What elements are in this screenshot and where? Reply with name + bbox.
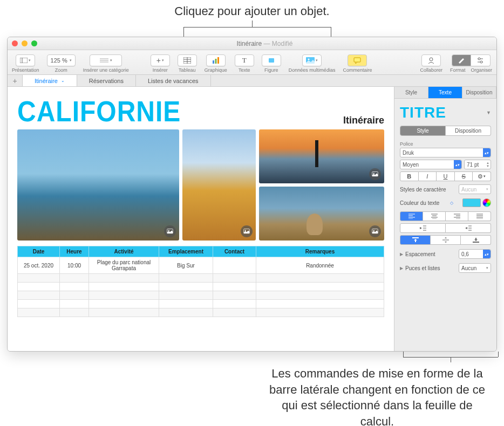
font-family-select[interactable]: Druk ▴▾ xyxy=(400,148,491,157)
comment-button[interactable] xyxy=(348,54,367,66)
collaborate-button[interactable] xyxy=(421,54,441,66)
color-picker-button[interactable] xyxy=(482,198,491,207)
insert-category-label: Insérer une catégorie xyxy=(83,67,129,73)
table-button[interactable] xyxy=(178,54,197,66)
cell-heure[interactable]: 10:00 xyxy=(60,257,89,274)
page-title[interactable]: CALIFORNIE xyxy=(17,95,181,128)
view-icon xyxy=(20,58,28,63)
photo-grid xyxy=(17,129,384,241)
media-button[interactable]: ▾ xyxy=(302,54,322,66)
disclosure-triangle-icon[interactable]: ▶ xyxy=(400,252,403,257)
advanced-button[interactable]: ⚙▾ xyxy=(473,171,491,181)
photo-coast[interactable] xyxy=(17,129,179,241)
sheet-tab-itineraire[interactable]: Itinéraire⌄ xyxy=(23,75,77,86)
format-button[interactable] xyxy=(452,54,471,66)
bullets-select[interactable]: Aucun ▾ xyxy=(459,263,491,273)
chevron-down-icon[interactable]: ▼ xyxy=(486,110,491,115)
presentation-label: Présentation xyxy=(12,67,39,73)
col-emplacement[interactable]: Emplacement xyxy=(159,246,213,257)
cell-emplacement[interactable]: Big Sur xyxy=(159,257,213,274)
organize-button[interactable] xyxy=(471,54,491,66)
align-left-button[interactable] xyxy=(400,211,423,221)
cell-contact[interactable] xyxy=(213,257,256,274)
data-table[interactable]: Date Heure Activité Emplacement Contact … xyxy=(17,246,384,317)
bold-button[interactable]: B xyxy=(400,171,419,181)
insert-category-button[interactable]: ▾ xyxy=(90,54,122,66)
stepper-icon[interactable]: ▲▼ xyxy=(486,161,489,168)
image-badge-icon[interactable] xyxy=(369,168,381,180)
font-size-field[interactable]: 71 pt ▲▼ xyxy=(464,160,491,169)
chart-button[interactable] xyxy=(206,54,226,66)
align-right-button[interactable] xyxy=(446,211,468,221)
cell-remarques[interactable]: Randonnée xyxy=(256,257,384,274)
font-weight-select[interactable]: Moyen ▴▾ xyxy=(400,160,462,169)
underline-button[interactable]: U xyxy=(437,171,455,181)
photo-flowers[interactable] xyxy=(182,129,256,241)
table-row[interactable]: 25 oct. 2020 10:00 Plage du parc nationa… xyxy=(18,257,384,274)
app-window: Itinéraire — Modifié ▾ Présentation 125 … xyxy=(7,37,497,352)
tab-style[interactable]: Style xyxy=(394,87,428,99)
photo-lighthouse[interactable] xyxy=(259,129,384,183)
align-center-button[interactable] xyxy=(423,211,446,221)
sheet-tab-listes[interactable]: Listes de vacances xyxy=(136,75,211,86)
svg-point-16 xyxy=(430,58,433,61)
minimize-icon[interactable] xyxy=(22,40,28,46)
valign-middle-button[interactable] xyxy=(431,235,461,245)
photo-seals[interactable] xyxy=(259,187,384,241)
fullscreen-icon[interactable] xyxy=(31,40,37,46)
cell-date[interactable]: 25 oct. 2020 xyxy=(18,257,60,274)
spacing-select[interactable]: 0,6 ▴▾ xyxy=(459,249,491,259)
select-arrows-icon: ▴▾ xyxy=(483,148,491,157)
image-badge-icon[interactable] xyxy=(164,225,176,237)
char-styles-select[interactable]: Aucun ▾ xyxy=(459,184,491,194)
image-badge-icon[interactable] xyxy=(241,225,253,237)
indent-button[interactable] xyxy=(446,223,491,233)
col-activite[interactable]: Activité xyxy=(89,246,159,257)
add-sheet-button[interactable]: + xyxy=(8,75,23,86)
table-row[interactable] xyxy=(18,291,384,300)
text-color-swatch[interactable] xyxy=(462,198,481,207)
sheet-tab-reservations[interactable]: Réservations xyxy=(77,75,136,86)
cell-activite[interactable]: Plage du parc national Garrapata xyxy=(89,257,159,274)
insert-button[interactable]: +▾ xyxy=(151,54,170,66)
close-icon[interactable] xyxy=(12,40,18,46)
strikethrough-button[interactable]: S xyxy=(455,171,473,181)
gear-icon: ⚙ xyxy=(478,173,483,180)
annotation-top: Cliquez pour ajouter un objet. xyxy=(0,0,504,20)
valign-top-button[interactable] xyxy=(400,235,431,245)
valign-bottom-button[interactable] xyxy=(461,235,491,245)
tab-arrange[interactable]: Disposition xyxy=(462,87,496,99)
image-badge-icon[interactable] xyxy=(369,225,381,237)
font-weight-value: Moyen xyxy=(403,162,419,168)
canvas[interactable]: CALIFORNIE Itinéraire Date Heure Activit… xyxy=(8,87,394,351)
italic-button[interactable]: I xyxy=(419,171,437,181)
shape-label: Figure xyxy=(264,67,278,73)
text-button[interactable]: T xyxy=(235,54,254,66)
table-row[interactable] xyxy=(18,274,384,283)
table-row[interactable] xyxy=(18,300,384,308)
modified-indicator: — Modifié xyxy=(262,40,292,47)
presentation-button[interactable]: ▾ xyxy=(16,54,35,66)
workspace: CALIFORNIE Itinéraire Date Heure Activit… xyxy=(8,87,496,351)
tb-text-group: T Texte xyxy=(235,54,254,73)
media-icon xyxy=(306,57,315,64)
col-date[interactable]: Date xyxy=(18,246,60,257)
disclosure-triangle-icon[interactable]: ▶ xyxy=(400,266,403,271)
col-contact[interactable]: Contact xyxy=(213,246,256,257)
tab-text[interactable]: Texte xyxy=(428,87,462,99)
outdent-button[interactable] xyxy=(400,223,446,233)
col-heure[interactable]: Heure xyxy=(60,246,89,257)
page-subtitle[interactable]: Itinéraire xyxy=(343,115,384,126)
paragraph-style-name[interactable]: TITRE xyxy=(400,104,446,121)
subtab-style[interactable]: Style xyxy=(400,126,446,136)
table-row[interactable] xyxy=(18,308,384,317)
col-remarques[interactable]: Remarques xyxy=(256,246,384,257)
tb-comment-group: Commentaire xyxy=(343,54,372,73)
shape-button[interactable] xyxy=(262,54,281,66)
comment-label: Commentaire xyxy=(343,67,372,73)
subtab-layout[interactable]: Disposition xyxy=(446,126,491,136)
align-justify-button[interactable] xyxy=(468,211,491,221)
table-row[interactable] xyxy=(18,283,384,291)
spacing-label: Espacement xyxy=(405,251,435,257)
zoom-select[interactable]: 125 %▾ xyxy=(47,54,76,66)
